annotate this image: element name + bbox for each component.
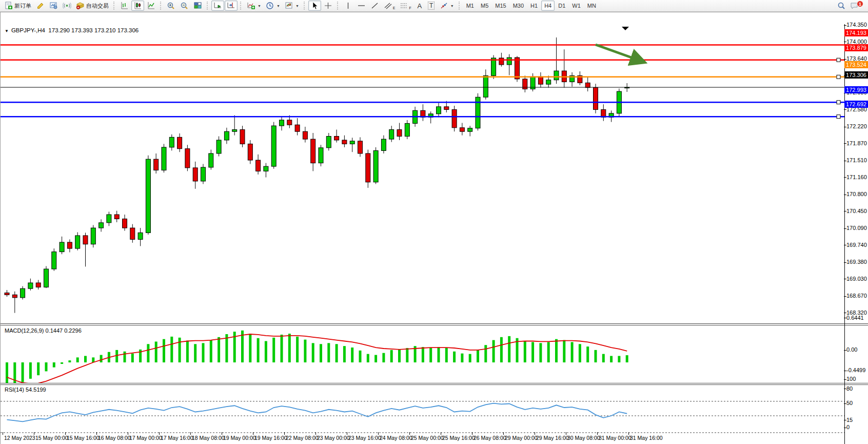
candle [162,144,166,172]
price-line-label[interactable]: 172.692 [844,101,868,108]
date-tick [315,432,316,435]
chart-shift-marker[interactable] [622,27,629,30]
timeframe-m30[interactable]: M30 [510,1,527,11]
current-price-label[interactable]: 173.306 [844,71,868,79]
line-chart-icon [147,2,155,10]
candle [271,122,276,169]
price-line-label[interactable]: 174.193 [844,29,868,36]
candle [52,248,56,271]
arrows-button[interactable]: ▼ [438,1,456,11]
notifications-button[interactable]: 1 [848,1,861,11]
candle [67,239,72,252]
dropdown-arrow-icon: ▼ [277,4,280,8]
candle [468,126,472,136]
price-tick-label: 169.030 [846,276,867,282]
date-label: 16 May 08:00 [98,435,131,441]
profiles-button[interactable] [34,1,47,11]
autotrading-button[interactable]: 自动交易 [74,1,111,11]
rsi-axis-label: 0 [846,424,850,430]
chart-shift-button[interactable] [225,1,238,11]
panel-splitter[interactable] [1,383,868,385]
signal-icon [63,2,71,10]
chart-symbol-period: GBPJPY-,H4 [11,27,45,33]
candle [177,133,182,152]
clock-icon [266,2,274,10]
price-line-label[interactable]: 172.993 [844,86,868,93]
bar-chart-button[interactable] [118,1,131,11]
price-line-label[interactable]: 173.879 [844,44,868,51]
candle [5,290,9,297]
timeframe-m1[interactable]: M1 [463,1,477,11]
cursor-button[interactable] [308,1,321,11]
timeframe-h4[interactable]: H4 [541,1,555,11]
arrow-annotation[interactable] [596,45,643,62]
horizontal-line-button[interactable] [355,1,368,11]
indicators-icon [247,2,255,10]
fibonacci-button[interactable]: F [398,1,413,11]
timeframe-m5[interactable]: M5 [478,1,491,11]
line-drag-handle[interactable] [837,75,840,79]
candle [594,84,598,113]
crosshair-button[interactable] [322,1,334,11]
candle [240,126,245,147]
date-tick [34,432,34,435]
text-button[interactable]: A [414,1,425,11]
date-label: 25 May 00:00 [411,435,444,441]
macd-panel-canvas[interactable] [1,326,844,384]
candle [452,106,457,131]
macd-values: 0.1447 0.2296 [45,327,81,334]
candle [483,69,488,100]
equidistant-channel-button[interactable]: E [382,1,398,11]
new-order-button[interactable]: 新订单 [2,1,33,11]
chart-dropdown-icon[interactable]: ▼ [5,29,9,33]
candle [491,55,496,79]
line-drag-handle[interactable] [837,115,840,119]
candle [114,211,119,222]
zoom-in-button[interactable] [165,1,177,11]
price-tick-label: 169.380 [846,259,867,265]
main-chart-canvas[interactable] [1,24,844,325]
zoom-out-button[interactable] [178,1,191,11]
templates-button[interactable]: ▼ [283,1,301,11]
signals-button[interactable] [61,1,73,11]
timeframe-d1[interactable]: D1 [555,1,568,11]
candle [130,224,135,243]
price-tick-label: 170.090 [846,225,867,231]
panel-splitter[interactable] [1,323,868,325]
toolbar-separator [113,2,115,10]
line-drag-handle[interactable] [837,101,840,104]
fibonacci-letter: F [409,6,411,10]
autotrading-label: 自动交易 [86,2,109,10]
timeframe-h1[interactable]: H1 [527,1,541,11]
price-tick-label: 171.870 [846,140,867,146]
auto-scroll-button[interactable] [211,1,224,11]
candlestick-chart-button[interactable] [131,1,144,11]
date-tick [128,432,128,435]
vertical-line-button[interactable] [342,1,354,11]
macd-axis-label: 0.6441 [846,315,864,321]
line-chart-button[interactable] [145,1,157,11]
search-button[interactable] [835,1,848,11]
candle [342,136,347,147]
periods-button[interactable]: ▼ [264,1,282,11]
candle [334,129,339,142]
market-watch-button[interactable] [47,1,60,11]
date-label: 22 May 08:00 [286,435,319,441]
timeframe-mn[interactable]: MN [584,1,599,11]
price-line-label[interactable]: 173.524 [844,61,868,68]
price-tick-label: 172.220 [846,123,867,129]
rsi-line [7,403,627,422]
trendline-button[interactable] [368,1,381,11]
line-drag-handle[interactable] [837,58,840,62]
vertical-line-icon [344,2,352,10]
tile-windows-button[interactable] [191,1,204,11]
label-tool-icon: T [428,2,435,10]
indicators-button[interactable]: ▼ [245,1,263,11]
candle [146,156,150,235]
timeframe-m15[interactable]: M15 [492,1,509,11]
candle [397,123,402,140]
timeframe-w1[interactable]: W1 [569,1,584,11]
text-label-button[interactable]: T [426,1,437,11]
date-tick [628,432,629,435]
candle [350,138,354,152]
